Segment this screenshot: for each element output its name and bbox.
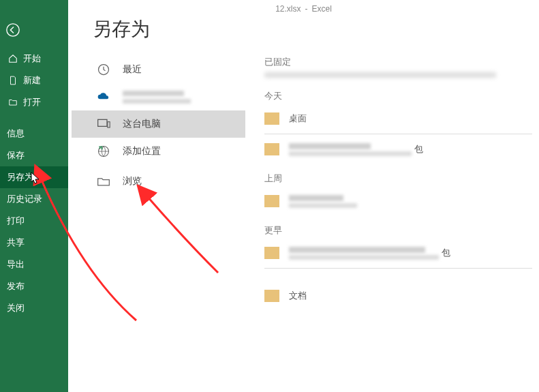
earlier-item-1-blurred (289, 247, 439, 260)
pinned-blurred-text (264, 72, 496, 78)
nav-info-label: 信息 (7, 127, 25, 140)
sidebar: 开始 新建 打开 信息 保存 另存为 历史记录 打印 共享 导出 发布 关闭 (0, 0, 68, 392)
svg-rect-3 (108, 122, 110, 127)
nav-home-label: 开始 (23, 52, 41, 65)
location-list: 最近 这台电脑 + 添加位置 浏览 (72, 56, 245, 195)
nav-history-label: 历史记录 (7, 193, 42, 205)
earlier-item-documents-label: 文档 (289, 290, 307, 302)
earlier-item-documents[interactable]: 文档 (264, 284, 532, 308)
svg-text:+: + (99, 145, 102, 151)
nav-history[interactable]: 历史记录 (0, 188, 68, 210)
title-app: Excel (312, 4, 332, 14)
nav-home[interactable]: 开始 (0, 48, 68, 70)
location-this-pc-label: 这台电脑 (123, 118, 161, 130)
add-place-icon: + (97, 145, 116, 158)
folder-icon (264, 247, 279, 259)
saveas-right-panel: 已固定 今天 桌面 包 上周 更早 包 文档 (259, 53, 539, 392)
section-pinned-header: 已固定 (264, 56, 532, 68)
folder-icon (264, 112, 279, 125)
location-this-pc[interactable]: 这台电脑 (72, 110, 245, 138)
open-folder-icon (7, 97, 19, 107)
browse-folder-icon (97, 176, 116, 187)
nav-new[interactable]: 新建 (0, 70, 68, 91)
svg-point-0 (7, 24, 19, 36)
nav-share-label: 共享 (7, 237, 25, 249)
earlier-item-1-suffix: 包 (442, 247, 450, 259)
location-onedrive-label-blurred (123, 91, 191, 104)
today-item-desktop-label: 桌面 (289, 112, 307, 125)
saveas-middle-panel: 另存为 最近 这台电脑 + 添加位置 (68, 0, 245, 392)
nav-saveas-label: 另存为 (7, 171, 33, 183)
location-add-place[interactable]: + 添加位置 (72, 138, 245, 165)
today-item-2[interactable]: 包 (264, 137, 532, 162)
today-item-2-blurred (289, 143, 412, 156)
folder-icon (264, 143, 279, 155)
nav-new-label: 新建 (23, 74, 41, 87)
nav-share[interactable]: 共享 (0, 232, 68, 254)
nav-close[interactable]: 关闭 (0, 297, 68, 319)
nav-close-label: 关闭 (7, 302, 25, 314)
location-recent-label: 最近 (123, 63, 142, 76)
folder-icon (264, 290, 279, 302)
home-icon (7, 54, 19, 63)
title-filename: 12.xlsx (275, 4, 301, 14)
nav-print[interactable]: 打印 (0, 210, 68, 232)
back-arrow-icon (5, 22, 20, 37)
folder-icon (264, 195, 279, 207)
location-browse[interactable]: 浏览 (72, 168, 245, 195)
clock-icon (97, 63, 116, 76)
divider (264, 268, 532, 269)
section-lastweek-header: 上周 (264, 172, 532, 185)
section-today-header: 今天 (264, 90, 532, 102)
nav-saveas[interactable]: 另存为 (0, 166, 68, 188)
nav-save[interactable]: 保存 (0, 145, 68, 166)
divider (264, 134, 532, 134)
lastweek-item-1[interactable] (264, 189, 532, 213)
onedrive-cloud-icon (97, 92, 116, 102)
location-add-place-label: 添加位置 (123, 145, 161, 157)
title-sep: - (305, 4, 308, 14)
location-onedrive[interactable] (72, 83, 245, 110)
location-browse-label: 浏览 (123, 175, 142, 187)
this-pc-icon (97, 118, 116, 130)
earlier-item-1[interactable]: 包 (264, 241, 532, 265)
new-doc-icon (7, 76, 19, 85)
nav-publish-label: 发布 (7, 280, 25, 292)
nav-info[interactable]: 信息 (0, 123, 68, 145)
today-item-desktop[interactable]: 桌面 (264, 106, 532, 131)
today-item-2-suffix: 包 (414, 143, 423, 155)
lastweek-item-1-blurred (289, 195, 357, 208)
svg-rect-2 (98, 119, 107, 126)
nav-save-label: 保存 (7, 149, 25, 162)
nav-export[interactable]: 导出 (0, 254, 68, 275)
section-earlier-header: 更早 (264, 224, 532, 237)
back-button[interactable] (0, 15, 68, 45)
location-recent[interactable]: 最近 (72, 56, 245, 83)
page-title: 另存为 (93, 16, 245, 42)
nav-publish[interactable]: 发布 (0, 275, 68, 297)
nav-open-label: 打开 (23, 96, 41, 108)
nav-open[interactable]: 打开 (0, 91, 68, 113)
nav-export-label: 导出 (7, 258, 25, 271)
nav-print-label: 打印 (7, 215, 25, 227)
